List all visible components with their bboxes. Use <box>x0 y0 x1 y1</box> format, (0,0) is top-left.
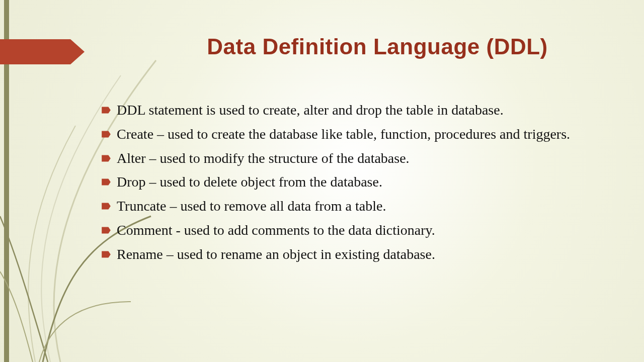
list-item-text: Rename – used to rename an object in exi… <box>117 245 604 264</box>
bullet-icon <box>101 176 112 188</box>
header-arrow-decor <box>0 39 86 64</box>
arrow-head <box>70 39 85 64</box>
list-item: Comment - used to add comments to the da… <box>101 221 604 240</box>
list-item: Rename – used to rename an object in exi… <box>101 245 604 264</box>
bullet-list: DDL statement is used to create, alter a… <box>101 101 604 269</box>
list-item-text: DDL statement is used to create, alter a… <box>117 101 604 120</box>
slide: Data Definition Language (DDL) DDL state… <box>0 0 644 362</box>
list-item: Create – used to create the database lik… <box>101 125 604 144</box>
bullet-icon <box>101 225 112 236</box>
bullet-icon <box>101 105 112 116</box>
arrow-body <box>0 39 70 64</box>
bullet-icon <box>101 201 112 212</box>
list-item: Alter – used to modify the structure of … <box>101 149 604 168</box>
bullet-icon <box>101 153 112 164</box>
list-item-text: Comment - used to add comments to the da… <box>117 221 604 240</box>
list-item: Drop – used to delete object from the da… <box>101 172 604 192</box>
bullet-icon <box>101 249 112 260</box>
bullet-icon <box>101 129 112 140</box>
list-item: Truncate – used to remove all data from … <box>101 197 604 216</box>
list-item-text: Drop – used to delete object from the da… <box>117 172 604 192</box>
list-item-text: Truncate – used to remove all data from … <box>117 197 604 216</box>
list-item-text: Create – used to create the database lik… <box>117 125 604 144</box>
list-item: DDL statement is used to create, alter a… <box>101 101 604 120</box>
page-title: Data Definition Language (DDL) <box>141 34 614 59</box>
list-item-text: Alter – used to modify the structure of … <box>117 149 604 168</box>
